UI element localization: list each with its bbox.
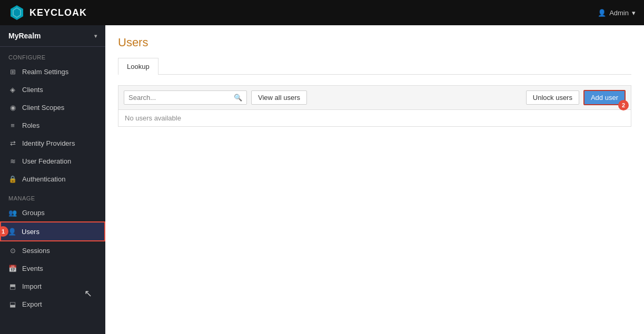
sidebar-item-roles[interactable]: ≡ Roles [0,116,105,134]
sidebar-item-label: Users [22,228,39,236]
brand: KEYCLOAK [8,4,87,21]
realm-selector[interactable]: MyRealm ▾ [0,25,105,47]
sidebar-item-sessions[interactable]: ⊙ Sessions [0,241,105,259]
search-row: 🔍 View all users Unlock users Add user 2 [118,85,631,110]
sessions-icon: ⊙ [8,246,17,255]
user-label: Admin [609,9,629,17]
tabs-bar: Lookup [118,58,631,75]
manage-section-label: Manage [0,188,105,204]
import-icon: ⬒ [8,282,17,290]
tab-lookup[interactable]: Lookup [118,58,158,75]
roles-icon: ≡ [8,121,17,129]
sidebar-item-label: Identity Providers [22,139,75,147]
user-icon: 👤 [598,9,606,17]
navbar: KEYCLOAK 👤 Admin ▾ [0,0,644,25]
sidebar: MyRealm ▾ Configure ⊞ Realm Settings ◈ C… [0,25,105,334]
sidebar-item-identity-providers[interactable]: ⇄ Identity Providers [0,134,105,152]
sidebar-item-authentication[interactable]: 🔒 Authentication [0,170,105,188]
sidebar-item-label: Clients [22,86,43,94]
clients-icon: ◈ [8,85,17,94]
user-federation-icon: ≋ [8,157,17,165]
realm-settings-icon: ⊞ [8,67,17,76]
sidebar-item-clients[interactable]: ◈ Clients [0,80,105,98]
events-icon: 📅 [8,264,17,272]
users-icon: 👤 [8,227,16,236]
search-input[interactable] [124,91,230,104]
page-title: Users [118,36,631,49]
user-menu[interactable]: 👤 Admin ▾ [598,9,636,17]
keycloak-logo-icon [8,4,25,21]
main-content: Users Lookup 🔍 View all users Unlock use… [105,25,644,334]
brand-name: KEYCLOAK [29,7,87,18]
add-user-wrapper: Add user 2 [583,90,626,105]
search-right: Unlock users Add user 2 [526,90,626,105]
sidebar-item-users[interactable]: 👤 Users [0,221,105,241]
export-icon: ⬓ [8,300,17,308]
authentication-icon: 🔒 [8,175,17,183]
no-users-message: No users available [118,110,631,127]
sidebar-item-label: Client Scopes [22,104,64,112]
sidebar-item-label: Sessions [22,247,50,255]
sidebar-item-import[interactable]: ⬒ Import [0,277,105,295]
identity-providers-icon: ⇄ [8,139,17,147]
sidebar-item-label: User Federation [22,157,71,165]
sidebar-item-label: Events [22,265,43,272]
realm-name: MyRealm [8,32,41,40]
sidebar-item-label: Realm Settings [22,68,68,76]
sidebar-item-label: Roles [22,122,39,129]
sidebar-item-label: Groups [22,209,45,217]
unlock-users-button[interactable]: Unlock users [526,90,579,105]
search-left: 🔍 View all users [124,90,307,105]
sidebar-item-label: Import [22,282,42,290]
groups-icon: 👥 [8,208,17,217]
user-chevron-icon: ▾ [632,9,636,17]
configure-section-label: Configure [0,47,105,63]
view-all-users-button[interactable]: View all users [251,90,307,105]
sidebar-item-events[interactable]: 📅 Events [0,259,105,277]
users-item-wrapper: 1 👤 Users [0,221,105,241]
search-input-wrapper: 🔍 [124,90,247,105]
sidebar-item-user-federation[interactable]: ≋ User Federation [0,152,105,170]
sidebar-item-client-scopes[interactable]: ◉ Client Scopes [0,98,105,116]
search-button[interactable]: 🔍 [230,91,246,104]
sidebar-item-label: Authentication [22,175,65,183]
client-scopes-icon: ◉ [8,103,17,112]
sidebar-item-realm-settings[interactable]: ⊞ Realm Settings [0,63,105,80]
realm-chevron-icon: ▾ [94,33,97,39]
sidebar-item-export[interactable]: ⬓ Export [0,295,105,313]
sidebar-item-groups[interactable]: 👥 Groups [0,204,105,221]
sidebar-item-label: Export [22,300,42,308]
app-body: MyRealm ▾ Configure ⊞ Realm Settings ◈ C… [0,25,644,334]
annotation-2: 2 [618,100,629,110]
